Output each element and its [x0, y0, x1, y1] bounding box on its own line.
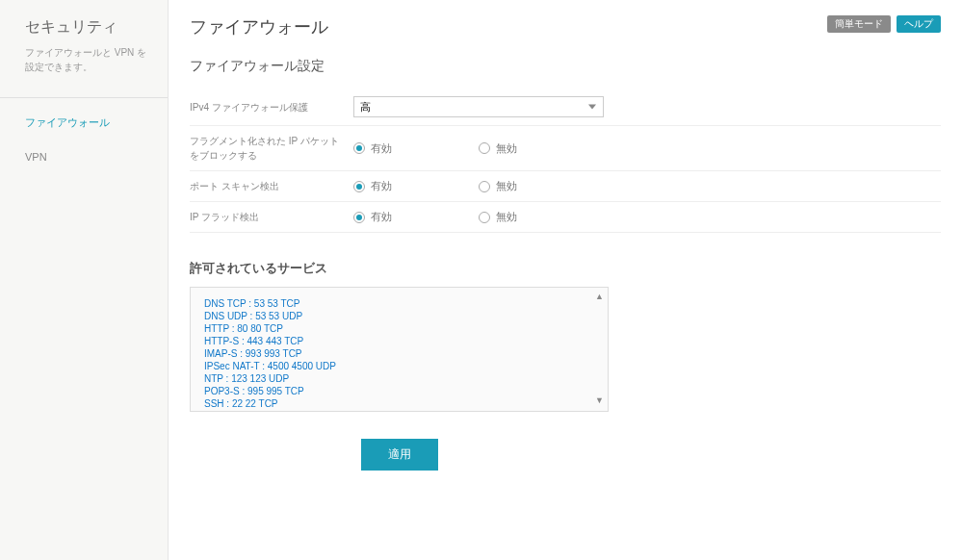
service-line: IPSec NAT-T : 4500 4500 UDP: [204, 360, 594, 372]
services-lines: DNS TCP : 53 53 TCPDNS UDP : 53 53 UDPHT…: [204, 297, 594, 412]
radio-icon: [353, 142, 365, 154]
service-line: HTTP : 80 80 TCP: [204, 322, 594, 335]
radio-icon: [479, 142, 490, 154]
radio-icon: [479, 181, 490, 192]
sidebar-item-firewall[interactable]: ファイアウォール: [25, 110, 154, 136]
radio-icon: [479, 212, 490, 223]
row-block-fragmented: フラグメント化された IP パケットをブロックする 有効 無効: [190, 126, 941, 171]
sidebar-title: セキュリティ: [25, 17, 154, 38]
label-ip-flood: IP フラッド検出: [190, 210, 353, 224]
radio-label: 無効: [496, 210, 517, 224]
radio-group-ip-flood: 有効 無効: [353, 210, 517, 224]
row-ip-flood: IP フラッド検出 有効 無効: [190, 202, 941, 233]
service-line: POP3-S : 995 995 TCP: [204, 385, 594, 397]
ipv4-protection-select-wrap: 高: [353, 96, 604, 117]
header-buttons: 簡単モード ヘルプ: [827, 15, 941, 33]
radio-port-scan-off[interactable]: 無効: [479, 179, 517, 193]
mode-button[interactable]: 簡単モード: [827, 15, 891, 33]
sidebar-item-label: VPN: [25, 151, 47, 163]
ipv4-protection-select[interactable]: 高: [353, 96, 604, 117]
radio-block-fragmented-on[interactable]: 有効: [353, 141, 392, 156]
label-block-fragmented: フラグメント化された IP パケットをブロックする: [190, 134, 353, 163]
scroll-up-icon[interactable]: ▲: [595, 292, 604, 303]
radio-icon: [353, 212, 365, 223]
radio-port-scan-on[interactable]: 有効: [353, 179, 392, 193]
radio-label: 有効: [371, 141, 392, 156]
radio-ip-flood-on[interactable]: 有効: [353, 210, 392, 224]
sidebar: セキュリティ ファイアウォールと VPN を設定できます。 ファイアウォール V…: [0, 0, 169, 560]
service-line: DNS UDP : 53 53 UDP: [204, 310, 594, 322]
service-line: IMAP-S : 993 993 TCP: [204, 347, 594, 360]
sidebar-item-label: ファイアウォール: [25, 116, 110, 128]
radio-label: 有効: [371, 210, 392, 224]
service-line: SMTP : 25 25 TCP: [204, 410, 594, 412]
scroll-down-icon[interactable]: ▼: [595, 395, 604, 407]
page-title: ファイアウォール: [190, 15, 827, 38]
radio-label: 無効: [496, 179, 517, 193]
help-button[interactable]: ヘルプ: [897, 15, 941, 33]
radio-group-port-scan: 有効 無効: [353, 179, 517, 193]
radio-icon: [353, 181, 365, 192]
service-line: NTP : 123 123 UDP: [204, 372, 594, 385]
row-ipv4-protection: IPv4 ファイアウォール保護 高: [190, 89, 941, 126]
service-line: HTTP-S : 443 443 TCP: [204, 335, 594, 347]
service-line: DNS TCP : 53 53 TCP: [204, 297, 594, 310]
allowed-services-box[interactable]: ▲ DNS TCP : 53 53 TCPDNS UDP : 53 53 UDP…: [190, 287, 609, 412]
service-line: SSH : 22 22 TCP: [204, 397, 594, 410]
apply-button[interactable]: 適用: [361, 439, 438, 471]
page-header: ファイアウォール 簡単モード ヘルプ: [190, 15, 941, 38]
label-ipv4-protection: IPv4 ファイアウォール保護: [190, 100, 353, 115]
radio-ip-flood-off[interactable]: 無効: [479, 210, 517, 224]
row-port-scan: ポート スキャン検出 有効 無効: [190, 171, 941, 202]
section-title: ファイアウォール設定: [190, 58, 941, 75]
radio-label: 無効: [496, 141, 517, 156]
radio-block-fragmented-off[interactable]: 無効: [479, 141, 517, 156]
radio-group-block-fragmented: 有効 無効: [353, 141, 517, 156]
apply-row: 適用: [190, 439, 609, 471]
main-content: ファイアウォール 簡単モード ヘルプ ファイアウォール設定 IPv4 ファイアウ…: [169, 0, 962, 560]
sidebar-description: ファイアウォールと VPN を設定できます。: [25, 45, 154, 74]
sidebar-item-vpn[interactable]: VPN: [25, 145, 154, 168]
sidebar-divider: [0, 97, 168, 98]
radio-label: 有効: [371, 179, 392, 193]
label-port-scan: ポート スキャン検出: [190, 179, 353, 193]
services-title: 許可されているサービス: [190, 260, 941, 277]
